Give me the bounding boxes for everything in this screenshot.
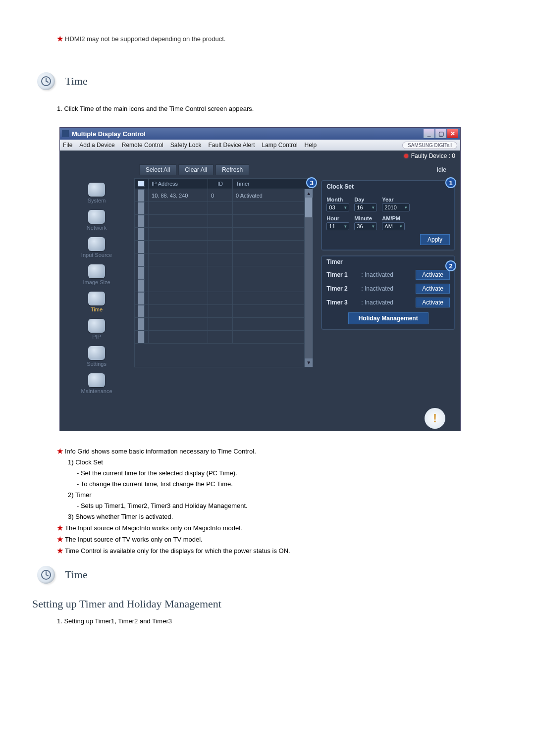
timer-row-3: Timer 3: InactivatedActivate [321, 296, 455, 309]
chevron-down-icon: ▾ [372, 205, 374, 210]
menu-remote-control[interactable]: Remote Control [122, 142, 163, 149]
header-timer[interactable]: Timer [233, 179, 313, 189]
menu-help[interactable]: Help [305, 142, 317, 149]
clock-set-panel: Clock Set Month03▾ Day16▾ Year2010▾ Hour… [321, 180, 455, 251]
sidebar-item-settings[interactable]: Settings [87, 345, 107, 370]
grid-row-empty [135, 318, 313, 331]
callout-2: 2 [445, 260, 456, 271]
sidebar-item-pip[interactable]: PIP [88, 317, 105, 343]
cell-timer: 0 Activated [233, 189, 313, 202]
system-icon [88, 183, 105, 197]
day-select[interactable]: 16▾ [354, 203, 377, 211]
app-icon [62, 130, 69, 137]
grid-header: IP Address ID Timer [134, 178, 313, 189]
sidebar-label: Input Source [81, 252, 112, 258]
year-select[interactable]: 2010▾ [382, 203, 410, 211]
hdmi2-note: ★HDMI2 may not be supported depending on… [57, 35, 503, 43]
callout-1: 1 [445, 177, 456, 188]
timer-title: Timer [321, 256, 455, 268]
menu-safety-lock[interactable]: Safety Lock [170, 142, 202, 149]
sidebar-label: Maintenance [81, 388, 112, 394]
led-icon [404, 154, 408, 158]
month-select[interactable]: 03▾ [326, 203, 349, 211]
timer1-name: Timer 1 [326, 271, 356, 278]
section-title: Time [65, 568, 88, 581]
scroll-thumb[interactable] [305, 198, 312, 217]
clock-set-title: Clock Set [321, 181, 455, 193]
select-all-button[interactable]: Select All [139, 164, 176, 175]
refresh-button[interactable]: Refresh [215, 164, 249, 175]
status-row: Faulty Device : 0 [60, 151, 460, 161]
header-checkbox[interactable] [135, 179, 149, 189]
sidebar-item-time[interactable]: Time [88, 290, 105, 315]
maintenance-icon [88, 373, 105, 387]
header-id[interactable]: ID [208, 179, 233, 189]
minimize-button[interactable]: _ [424, 129, 434, 138]
chevron-down-icon: ▾ [344, 205, 347, 210]
close-button[interactable]: ✕ [447, 129, 458, 138]
menubar: File Add a Device Remote Control Safety … [60, 140, 460, 151]
screenshot-app-window: Multiple Display Control _ ▢ ✕ File Add … [59, 127, 461, 431]
timer3-name: Timer 3 [326, 299, 356, 306]
settings-icon [88, 346, 105, 360]
scrollbar[interactable]: ▲ ▼ [304, 189, 313, 367]
minute-select[interactable]: 36▾ [354, 222, 377, 230]
sidebar-item-image-size[interactable]: Image Size [83, 263, 110, 288]
timer3-activate-button[interactable]: Activate [416, 298, 450, 307]
desc-line: 1) Clock Set [68, 457, 503, 467]
header-ip[interactable]: IP Address [149, 179, 208, 189]
grid-body: 10. 88. 43. 240 0 0 Activated ▲ [134, 189, 313, 367]
star-icon: ★ [57, 546, 65, 555]
timer-row-2: Timer 2: InactivatedActivate [321, 282, 455, 296]
star-icon: ★ [57, 35, 65, 43]
row-checkbox[interactable] [138, 189, 145, 202]
clock-circle-icon [37, 72, 55, 90]
clock-circle-icon [37, 566, 55, 584]
scroll-down-button[interactable]: ▼ [305, 358, 313, 367]
sidebar: System Network Input Source Image Size T… [60, 178, 133, 406]
ampm-select[interactable]: AM▾ [382, 222, 405, 230]
timer2-name: Timer 2 [326, 285, 356, 292]
menu-lamp-control[interactable]: Lamp Control [262, 142, 298, 149]
star-icon: ★ [57, 534, 65, 544]
desc-line: The Input source of TV works only on TV … [65, 536, 203, 543]
clear-all-button[interactable]: Clear All [178, 164, 214, 175]
year-label: Year [382, 197, 410, 202]
desc-line: - To change the current time, first chan… [77, 479, 503, 489]
timer1-activate-button[interactable]: Activate [416, 270, 450, 280]
right-pane: 1 Clock Set Month03▾ Day16▾ Year2010▾ Ho… [314, 178, 460, 406]
sidebar-item-network[interactable]: Network [87, 208, 107, 234]
sidebar-item-maintenance[interactable]: Maintenance [81, 372, 112, 397]
holiday-management-button[interactable]: Holiday Management [348, 312, 428, 324]
warning-icon: ! [425, 408, 445, 429]
maximize-button[interactable]: ▢ [435, 129, 446, 138]
hour-select[interactable]: 11▾ [326, 222, 349, 230]
sidebar-label: Settings [87, 361, 107, 367]
timer2-activate-button[interactable]: Activate [416, 284, 450, 294]
desc-line: 3) Shows whether Timer is activated. [68, 512, 503, 522]
grid-row-empty [135, 253, 313, 266]
network-icon [88, 210, 105, 224]
time-icon [88, 292, 105, 305]
hour-label: Hour [326, 215, 349, 221]
sidebar-item-input-source[interactable]: Input Source [81, 236, 112, 261]
subheading-timer-holiday: Setting up Timer and Holiday Management [32, 598, 503, 610]
pip-icon [88, 319, 105, 333]
apply-button[interactable]: Apply [420, 234, 450, 245]
menu-fault-device-alert[interactable]: Fault Device Alert [208, 142, 255, 149]
sidebar-label: Network [87, 225, 107, 231]
menu-add-device[interactable]: Add a Device [79, 142, 114, 149]
cell-id: 0 [208, 189, 233, 202]
section-title: Time [65, 75, 88, 88]
step-2: 1. Setting up Timer1, Timer2 and Timer3 [57, 617, 503, 625]
star-icon: ★ [57, 446, 65, 456]
cell-ip: 10. 88. 43. 240 [149, 189, 208, 202]
grid-row[interactable]: 10. 88. 43. 240 0 0 Activated [135, 189, 313, 202]
toolbar-row: Select All Clear All Refresh Idle [60, 161, 460, 178]
scroll-up-button[interactable]: ▲ [305, 189, 313, 198]
grid-row-empty [135, 305, 313, 318]
sidebar-item-system[interactable]: System [88, 181, 106, 206]
menu-file[interactable]: File [63, 142, 72, 149]
input-source-icon [88, 237, 105, 251]
chevron-down-icon: ▾ [344, 224, 347, 229]
